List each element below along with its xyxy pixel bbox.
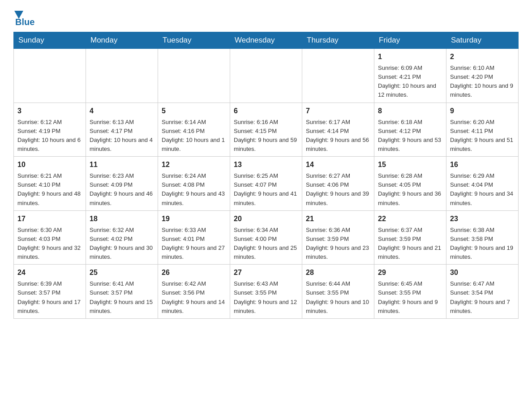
day-info: Sunrise: 6:36 AM Sunset: 3:59 PM Dayligh… <box>306 226 370 262</box>
day-number: 28 <box>306 267 370 278</box>
page-header: Blue <box>13 9 519 27</box>
day-info: Sunrise: 6:38 AM Sunset: 3:58 PM Dayligh… <box>450 226 515 262</box>
day-number: 15 <box>378 159 442 170</box>
day-number: 27 <box>234 267 298 278</box>
day-info: Sunrise: 6:32 AM Sunset: 4:02 PM Dayligh… <box>90 226 154 262</box>
calendar-cell: 12Sunrise: 6:24 AM Sunset: 4:08 PM Dayli… <box>158 157 230 211</box>
day-info: Sunrise: 6:12 AM Sunset: 4:19 PM Dayligh… <box>17 118 82 154</box>
day-info: Sunrise: 6:33 AM Sunset: 4:01 PM Dayligh… <box>162 226 226 262</box>
day-number: 19 <box>162 214 226 224</box>
calendar-cell: 3Sunrise: 6:12 AM Sunset: 4:19 PM Daylig… <box>14 103 86 157</box>
day-info: Sunrise: 6:17 AM Sunset: 4:14 PM Dayligh… <box>306 118 370 154</box>
calendar-week-row: 1Sunrise: 6:09 AM Sunset: 4:21 PM Daylig… <box>14 49 519 103</box>
day-info: Sunrise: 6:25 AM Sunset: 4:07 PM Dayligh… <box>234 171 298 208</box>
calendar-cell: 29Sunrise: 6:45 AM Sunset: 3:55 PM Dayli… <box>374 265 446 319</box>
calendar-cell: 11Sunrise: 6:23 AM Sunset: 4:09 PM Dayli… <box>86 157 158 211</box>
day-info: Sunrise: 6:13 AM Sunset: 4:17 PM Dayligh… <box>90 118 154 154</box>
day-number: 23 <box>450 214 515 224</box>
calendar-cell: 20Sunrise: 6:34 AM Sunset: 4:00 PM Dayli… <box>230 210 302 265</box>
day-number: 9 <box>450 106 515 116</box>
day-number: 17 <box>17 214 82 224</box>
calendar-cell: 16Sunrise: 6:29 AM Sunset: 4:04 PM Dayli… <box>446 157 519 211</box>
calendar-cell: 22Sunrise: 6:37 AM Sunset: 3:59 PM Dayli… <box>374 210 446 265</box>
day-number: 8 <box>378 106 442 116</box>
calendar-week-row: 3Sunrise: 6:12 AM Sunset: 4:19 PM Daylig… <box>14 103 519 157</box>
day-number: 2 <box>450 51 515 62</box>
calendar-cell: 6Sunrise: 6:16 AM Sunset: 4:15 PM Daylig… <box>230 103 302 157</box>
logo: Blue <box>13 9 34 27</box>
day-number: 29 <box>378 267 442 278</box>
day-number: 3 <box>17 106 82 116</box>
day-number: 11 <box>90 159 154 170</box>
weekday-header-saturday: Saturday <box>446 32 519 49</box>
day-info: Sunrise: 6:23 AM Sunset: 4:09 PM Dayligh… <box>90 171 154 208</box>
day-info: Sunrise: 6:14 AM Sunset: 4:16 PM Dayligh… <box>162 118 226 154</box>
calendar-cell: 18Sunrise: 6:32 AM Sunset: 4:02 PM Dayli… <box>86 210 158 265</box>
calendar-cell: 5Sunrise: 6:14 AM Sunset: 4:16 PM Daylig… <box>158 103 230 157</box>
day-number: 1 <box>378 51 442 62</box>
day-info: Sunrise: 6:27 AM Sunset: 4:06 PM Dayligh… <box>306 171 370 208</box>
weekday-header-tuesday: Tuesday <box>158 32 230 49</box>
calendar-cell: 9Sunrise: 6:20 AM Sunset: 4:11 PM Daylig… <box>446 103 519 157</box>
weekday-header-row: SundayMondayTuesdayWednesdayThursdayFrid… <box>14 32 519 49</box>
day-number: 20 <box>234 214 298 224</box>
day-info: Sunrise: 6:37 AM Sunset: 3:59 PM Dayligh… <box>378 226 442 262</box>
day-number: 13 <box>234 159 298 170</box>
calendar-cell: 25Sunrise: 6:41 AM Sunset: 3:57 PM Dayli… <box>86 265 158 319</box>
day-number: 21 <box>306 214 370 224</box>
calendar-cell: 8Sunrise: 6:18 AM Sunset: 4:12 PM Daylig… <box>374 103 446 157</box>
day-number: 30 <box>450 267 515 278</box>
day-info: Sunrise: 6:39 AM Sunset: 3:57 PM Dayligh… <box>17 279 82 316</box>
day-info: Sunrise: 6:44 AM Sunset: 3:55 PM Dayligh… <box>306 279 370 316</box>
day-info: Sunrise: 6:45 AM Sunset: 3:55 PM Dayligh… <box>378 279 442 316</box>
calendar-cell: 27Sunrise: 6:43 AM Sunset: 3:55 PM Dayli… <box>230 265 302 319</box>
day-info: Sunrise: 6:21 AM Sunset: 4:10 PM Dayligh… <box>17 171 82 208</box>
calendar-week-row: 17Sunrise: 6:30 AM Sunset: 4:03 PM Dayli… <box>14 210 519 265</box>
day-info: Sunrise: 6:30 AM Sunset: 4:03 PM Dayligh… <box>17 226 82 262</box>
calendar-cell: 30Sunrise: 6:47 AM Sunset: 3:54 PM Dayli… <box>446 265 519 319</box>
weekday-header-friday: Friday <box>374 32 446 49</box>
day-info: Sunrise: 6:28 AM Sunset: 4:05 PM Dayligh… <box>378 171 442 208</box>
calendar-table: SundayMondayTuesdayWednesdayThursdayFrid… <box>13 32 519 319</box>
calendar-week-row: 10Sunrise: 6:21 AM Sunset: 4:10 PM Dayli… <box>14 157 519 211</box>
calendar-cell: 23Sunrise: 6:38 AM Sunset: 3:58 PM Dayli… <box>446 210 519 265</box>
calendar-cell: 2Sunrise: 6:10 AM Sunset: 4:20 PM Daylig… <box>446 49 519 103</box>
calendar-cell: 26Sunrise: 6:42 AM Sunset: 3:56 PM Dayli… <box>158 265 230 319</box>
day-info: Sunrise: 6:10 AM Sunset: 4:20 PM Dayligh… <box>450 64 515 100</box>
day-number: 14 <box>306 159 370 170</box>
day-info: Sunrise: 6:16 AM Sunset: 4:15 PM Dayligh… <box>234 118 298 154</box>
calendar-cell: 4Sunrise: 6:13 AM Sunset: 4:17 PM Daylig… <box>86 103 158 157</box>
day-info: Sunrise: 6:47 AM Sunset: 3:54 PM Dayligh… <box>450 279 515 316</box>
day-info: Sunrise: 6:29 AM Sunset: 4:04 PM Dayligh… <box>450 171 515 208</box>
calendar-cell: 1Sunrise: 6:09 AM Sunset: 4:21 PM Daylig… <box>374 49 446 103</box>
calendar-cell: 7Sunrise: 6:17 AM Sunset: 4:14 PM Daylig… <box>302 103 374 157</box>
calendar-cell: 13Sunrise: 6:25 AM Sunset: 4:07 PM Dayli… <box>230 157 302 211</box>
calendar-cell: 19Sunrise: 6:33 AM Sunset: 4:01 PM Dayli… <box>158 210 230 265</box>
day-number: 5 <box>162 106 226 116</box>
weekday-header-monday: Monday <box>86 32 158 49</box>
calendar-cell <box>158 49 230 103</box>
calendar-cell: 17Sunrise: 6:30 AM Sunset: 4:03 PM Dayli… <box>14 210 86 265</box>
day-info: Sunrise: 6:20 AM Sunset: 4:11 PM Dayligh… <box>450 118 515 154</box>
weekday-header-wednesday: Wednesday <box>230 32 302 49</box>
calendar-week-row: 24Sunrise: 6:39 AM Sunset: 3:57 PM Dayli… <box>14 265 519 319</box>
day-number: 18 <box>90 214 154 224</box>
day-number: 4 <box>90 106 154 116</box>
calendar-cell: 14Sunrise: 6:27 AM Sunset: 4:06 PM Dayli… <box>302 157 374 211</box>
calendar-cell: 21Sunrise: 6:36 AM Sunset: 3:59 PM Dayli… <box>302 210 374 265</box>
calendar-cell: 24Sunrise: 6:39 AM Sunset: 3:57 PM Dayli… <box>14 265 86 319</box>
day-number: 24 <box>17 267 82 278</box>
calendar-cell: 15Sunrise: 6:28 AM Sunset: 4:05 PM Dayli… <box>374 157 446 211</box>
calendar-cell <box>302 49 374 103</box>
logo-subtitle: Blue <box>15 17 34 27</box>
day-info: Sunrise: 6:43 AM Sunset: 3:55 PM Dayligh… <box>234 279 298 316</box>
day-info: Sunrise: 6:42 AM Sunset: 3:56 PM Dayligh… <box>162 279 226 316</box>
day-info: Sunrise: 6:34 AM Sunset: 4:00 PM Dayligh… <box>234 226 298 262</box>
day-info: Sunrise: 6:41 AM Sunset: 3:57 PM Dayligh… <box>90 279 154 316</box>
day-number: 16 <box>450 159 515 170</box>
day-info: Sunrise: 6:09 AM Sunset: 4:21 PM Dayligh… <box>378 64 442 100</box>
day-number: 22 <box>378 214 442 224</box>
day-number: 26 <box>162 267 226 278</box>
calendar-cell: 28Sunrise: 6:44 AM Sunset: 3:55 PM Dayli… <box>302 265 374 319</box>
calendar-cell <box>230 49 302 103</box>
